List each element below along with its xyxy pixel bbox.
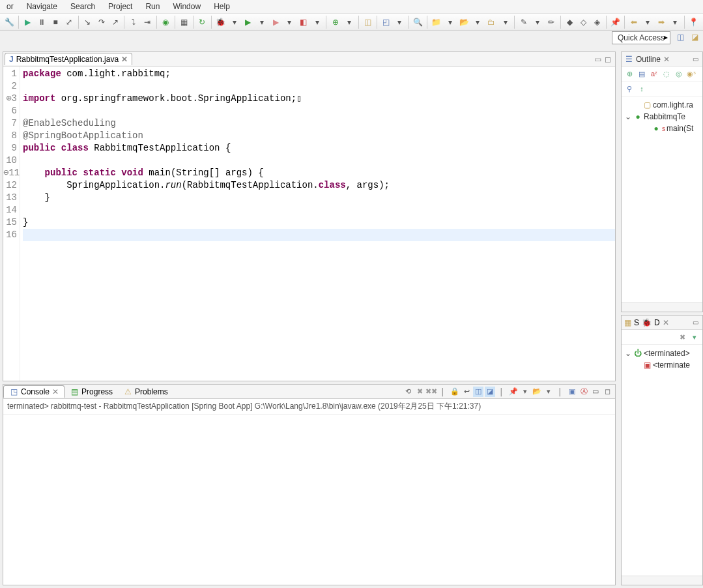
dropdown-icon[interactable]: ▾ xyxy=(283,16,296,29)
dropdown-icon[interactable]: ▾ xyxy=(343,16,355,29)
debug-tree[interactable]: ⌄⏻<terminated>▣<terminate xyxy=(622,345,702,576)
tree-item[interactable]: ●smain(St xyxy=(624,123,700,134)
dropdown-icon[interactable]: ▾ xyxy=(531,16,543,29)
perspective-java-icon[interactable]: ◫ xyxy=(674,31,686,43)
hide-nonpublic-icon[interactable]: ◉ˢ xyxy=(686,68,696,79)
dropdown-icon[interactable]: ▾ xyxy=(394,16,406,29)
maximize-icon[interactable]: ◻ xyxy=(602,387,612,397)
open-console-icon[interactable]: 📂 xyxy=(532,387,542,397)
open-type-icon[interactable]: ◰ xyxy=(380,16,392,29)
new-class-icon[interactable]: ◫ xyxy=(362,16,374,29)
hide-static-icon[interactable]: ◎ xyxy=(674,68,684,79)
close-icon[interactable]: ✕ xyxy=(663,55,670,64)
close-icon[interactable]: ✕ xyxy=(52,387,59,396)
close-icon[interactable]: ✕ xyxy=(663,318,669,327)
clear-icon[interactable]: ⟲ xyxy=(403,387,413,397)
menu-item[interactable]: Run xyxy=(139,1,166,12)
coverage-icon[interactable]: ▶ xyxy=(270,16,282,29)
folder-icon[interactable]: 📁 xyxy=(430,16,442,29)
minimize-icon[interactable]: ▭ xyxy=(691,55,700,64)
dropdown-icon[interactable]: ▾ xyxy=(311,16,323,29)
stop-icon[interactable]: ■ xyxy=(49,16,61,29)
pause-icon[interactable]: ⏸ xyxy=(35,16,48,29)
console-output[interactable] xyxy=(3,415,615,585)
word-wrap-icon[interactable]: ↩ xyxy=(461,387,472,397)
minimize-icon[interactable]: ▭ xyxy=(593,55,602,64)
tree-item[interactable]: ▣<terminate xyxy=(624,359,700,371)
step-out-icon[interactable]: ↗ xyxy=(109,16,121,29)
pencil-icon[interactable]: ✏ xyxy=(545,16,557,29)
package-icon[interactable]: ▦ xyxy=(178,16,190,29)
editor-body[interactable]: 12⊕3678910⊖111213141516 package com.ligh… xyxy=(3,66,615,381)
menu-item[interactable]: Navigate xyxy=(20,1,64,12)
drop-frame-icon[interactable]: ⤵ xyxy=(127,16,139,29)
horizontal-scrollbar[interactable] xyxy=(622,576,702,585)
horizontal-scrollbar[interactable] xyxy=(622,302,702,312)
sort-icon[interactable]: ▤ xyxy=(637,68,647,79)
stop-all-icon[interactable]: ◉ xyxy=(160,16,172,29)
search-icon[interactable]: 🔍 xyxy=(412,16,424,29)
view-menu-icon[interactable]: ▾ xyxy=(689,332,700,342)
servers-tab[interactable]: ▦ xyxy=(624,318,631,327)
dropdown-icon[interactable]: ▾ xyxy=(472,16,484,29)
wand-icon[interactable]: ✎ xyxy=(517,16,530,29)
display-selected-icon[interactable]: ▾ xyxy=(520,387,530,397)
toggle-mark-icon[interactable]: ◇ xyxy=(577,16,590,29)
back-icon[interactable]: ⬅ xyxy=(627,16,640,29)
relaunch-icon[interactable]: Ⓐ xyxy=(579,387,589,397)
show-console-stdout-icon[interactable]: ◪ xyxy=(485,387,495,397)
tool-icon[interactable]: 🔧 xyxy=(3,16,16,29)
remove-terminated-icon[interactable]: ✖ xyxy=(677,332,687,342)
folder-icon[interactable]: 📂 xyxy=(458,16,470,29)
toggle-mark-icon[interactable]: ◆ xyxy=(564,16,576,29)
run-icon[interactable]: ▶ xyxy=(242,16,254,29)
disconnect-icon[interactable]: ⤢ xyxy=(63,16,76,29)
toggle-mark-icon[interactable]: ◈ xyxy=(591,16,603,29)
menu-item[interactable]: Project xyxy=(102,1,139,12)
dropdown-icon[interactable]: ▾ xyxy=(256,16,268,29)
tree-item[interactable]: ⌄⏻<terminated> xyxy=(624,347,700,359)
menu-item[interactable]: Help xyxy=(207,1,237,12)
perspective-debug-icon[interactable]: ◪ xyxy=(689,31,700,43)
tree-item[interactable]: ▢com.light.ra xyxy=(624,99,700,111)
hide-fields-icon[interactable]: ◌ xyxy=(661,68,672,79)
focus-icon[interactable]: ⊕ xyxy=(624,68,635,79)
close-icon[interactable]: ✕ xyxy=(121,55,128,64)
sort-az-icon[interactable]: aᶻ xyxy=(649,68,659,79)
dropdown-icon[interactable]: ▾ xyxy=(641,16,653,29)
step-filter-icon[interactable]: ⇥ xyxy=(141,16,153,29)
forward-icon[interactable]: ➡ xyxy=(655,16,668,29)
pin-editor-icon[interactable]: 📍 xyxy=(687,16,700,29)
dropdown-icon[interactable]: ▾ xyxy=(543,387,554,397)
show-console-icon[interactable]: ◫ xyxy=(473,387,483,397)
dropdown-icon[interactable]: ▾ xyxy=(444,16,456,29)
terminate-icon[interactable]: ▣ xyxy=(567,387,577,397)
external-tools-icon[interactable]: ◧ xyxy=(297,16,309,29)
menu-item[interactable]: Window xyxy=(166,1,207,12)
menu-item[interactable]: Search xyxy=(64,1,102,12)
dropdown-icon[interactable]: ▾ xyxy=(499,16,511,29)
folder-icon[interactable]: 🗀 xyxy=(485,16,498,29)
step-into-icon[interactable]: ↘ xyxy=(81,16,94,29)
dropdown-icon[interactable]: ▾ xyxy=(228,16,240,29)
open-perspective-icon[interactable]: ▸ xyxy=(660,31,672,43)
tree-item[interactable]: ⌄●RabbitmqTe xyxy=(624,111,700,123)
resume-icon[interactable]: ▶ xyxy=(22,16,34,29)
refresh-icon[interactable]: ↻ xyxy=(196,16,208,29)
progress-tab[interactable]: ▤ Progress xyxy=(65,386,118,398)
console-tab[interactable]: ◳ Console ✕ xyxy=(3,385,65,398)
minimize-icon[interactable]: ▭ xyxy=(691,318,700,327)
new-icon[interactable]: ⊕ xyxy=(329,16,341,29)
code-area[interactable]: package com.light.rabbitmq; import org.s… xyxy=(20,66,615,381)
debug-icon[interactable]: 🐞 xyxy=(214,16,227,29)
dropdown-icon[interactable]: ▾ xyxy=(669,16,681,29)
remove-icon[interactable]: ✖ xyxy=(414,387,425,397)
problems-tab[interactable]: ⚠ Problems xyxy=(118,386,173,398)
pin-console-icon[interactable]: 📌 xyxy=(508,387,519,397)
maximize-icon[interactable]: ◻ xyxy=(603,55,612,64)
remove-all-icon[interactable]: ✖✖ xyxy=(426,387,437,397)
menu-item[interactable]: or xyxy=(0,1,20,12)
link-icon[interactable]: ⚲ xyxy=(624,83,635,94)
scroll-lock-icon[interactable]: 🔒 xyxy=(450,387,460,397)
minimize-icon[interactable]: ▭ xyxy=(590,387,601,397)
